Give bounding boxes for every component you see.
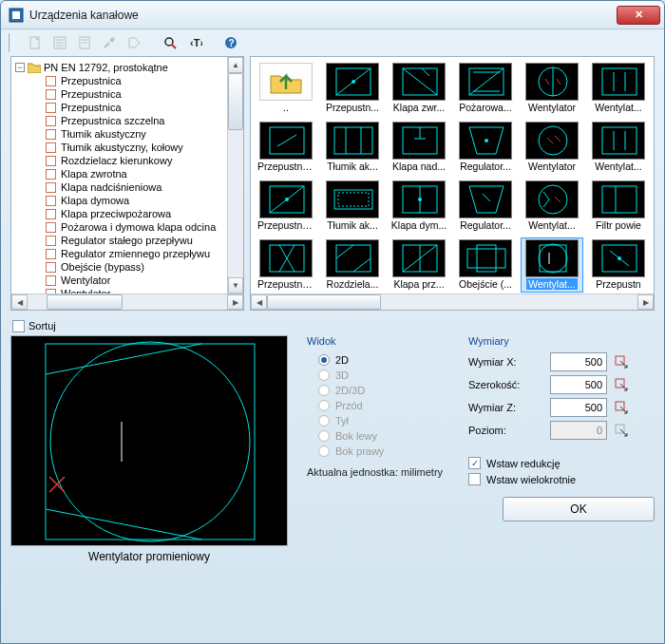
tree-item[interactable]: Wentylator [13,287,225,294]
tree-item[interactable]: Klapa dymowa [13,194,225,207]
scroll-up-icon[interactable]: ▲ [228,57,243,73]
scroll-left-icon[interactable]: ◀ [251,294,267,310]
tree-item[interactable]: Przepustnica [13,101,225,114]
tree-item[interactable]: Przepustnica [13,74,225,87]
tree-item[interactable]: Tłumik akustyczny, kołowy [13,141,225,154]
tree-item[interactable]: Przepustnica [13,87,225,101]
view-section-label: Widok [307,335,449,347]
svg-point-11 [165,38,173,46]
thumbnail-item[interactable]: Filtr powie [587,179,650,234]
thumbnail-item[interactable]: Wentylat... [587,61,650,116]
scroll-left-icon[interactable]: ◀ [11,294,28,310]
dim-input[interactable] [550,398,607,417]
tb-new-icon[interactable] [24,31,47,54]
thumbnail-item[interactable]: Przepustnica [255,179,317,234]
item-icon [46,103,56,113]
thumbs-hscroll[interactable]: ◀ ▶ [251,294,654,310]
thumbnail-item[interactable]: Klapa zwr... [388,61,450,116]
thumbnail-item[interactable]: Rozdziela... [321,237,384,293]
reduce-checkbox[interactable] [468,457,481,469]
thumbnail-item[interactable]: Wentylator [521,120,583,175]
tb-list-icon[interactable] [48,31,71,54]
pick-icon[interactable] [613,376,630,393]
window-title: Urządzenia kanałowe [29,9,617,22]
thumbnail-item[interactable]: Przepustn [587,237,650,293]
tb-tag-icon[interactable] [123,31,145,54]
svg-point-67 [539,244,567,273]
tb-tools-icon[interactable] [98,31,121,54]
scroll-right-icon[interactable]: ▶ [637,294,654,310]
tree-item[interactable]: Rozdzielacz kierunkowy [13,154,225,167]
thumbnail-item[interactable]: .. [255,61,317,116]
tree-hscroll[interactable]: ◀ ▶ [11,294,243,310]
view-option[interactable]: 2D [307,352,449,368]
thumbnail-image [326,239,379,277]
multi-checkbox[interactable] [468,473,481,485]
thumbnail-item[interactable]: Wentylat... [521,237,583,293]
tree-item[interactable]: Regulator stałego przepływu [13,234,225,247]
dim-input[interactable] [550,375,607,394]
tree-root[interactable]: − PN EN 12792, prostokątne [13,61,225,74]
thumbnail-item[interactable]: Przepustnica [255,237,317,293]
tb-find-icon[interactable] [159,31,181,54]
scroll-thumb-h[interactable] [267,294,381,310]
tree-item[interactable]: Klapa przeciwpożarowa [13,207,225,220]
tree-item[interactable]: Przepustnica szczelna [13,114,225,127]
thumbnail-item[interactable]: Przepustn... [321,61,384,116]
thumbnail-item[interactable]: Klapa prz... [388,237,450,293]
thumbnail-item[interactable]: Przepustnica [255,120,317,175]
tree-item-label: Rozdzielacz kierunkowy [61,155,172,166]
scroll-down-icon[interactable]: ▼ [228,277,243,294]
tree-list[interactable]: − PN EN 12792, prostokątne PrzepustnicaP… [11,57,227,294]
view-option: 3D [307,368,449,383]
thumbnail-item[interactable]: Wentylator [521,61,583,116]
dim-input[interactable] [550,352,607,371]
tree-item[interactable]: Pożarowa i dymowa klapa odcina [13,220,225,234]
scroll-thumb-h[interactable] [47,294,123,310]
close-button[interactable]: ✕ [617,6,660,25]
radio-icon [318,430,330,442]
ok-button[interactable]: OK [503,497,655,521]
radio-icon[interactable] [318,354,330,366]
tree-item[interactable]: Tłumik akustyczny [13,127,225,141]
tree-item[interactable]: Obejście (bypass) [13,260,225,274]
dim-label: Poziom: [468,425,544,436]
thumbnail-item[interactable]: Tłumik ak... [321,179,384,234]
thumbnail-item[interactable]: Tłumik ak... [321,120,384,175]
thumbnail-item[interactable]: Klapa nad... [388,120,450,175]
tree-item[interactable]: Wentylator [13,274,225,287]
tree-vscroll[interactable]: ▲ ▼ [227,57,243,294]
thumbnail-item[interactable]: Wentylat... [587,120,650,175]
scroll-right-icon[interactable]: ▶ [227,294,243,310]
view-option-label: 2D [335,354,349,366]
tree-item-label: Obejście (bypass) [61,261,144,273]
tree-item[interactable]: Regulator zmiennego przepływu [13,247,225,260]
collapse-icon[interactable]: − [15,63,25,72]
view-option-label: 2D/3D [335,385,365,396]
thumbnail-item[interactable]: Obejście (... [454,237,517,293]
thumbnail-item[interactable]: Pożarowa... [454,61,517,116]
thumbnail-item[interactable]: Regulator... [454,120,517,175]
tb-doc-icon[interactable] [73,31,96,54]
toolbar-grip [9,33,14,52]
tree-item-label: Przepustnica szczelna [61,115,164,126]
unit-value: milimetry [401,466,443,478]
tb-text-icon[interactable]: ‹T› [183,31,206,54]
pick-icon[interactable] [613,399,630,416]
thumbnail-item[interactable]: Klapa dym... [388,179,450,234]
svg-point-40 [539,126,567,155]
tree-item[interactable]: Klapa nadciśnieniowa [13,180,225,194]
thumbnail-item[interactable]: Regulator... [454,179,517,234]
sort-label: Sortuj [28,320,56,331]
tb-help-icon[interactable]: ? [219,31,242,54]
view-option-label: Tył [335,415,349,426]
scroll-thumb[interactable] [228,73,243,130]
item-icon [46,275,56,286]
tree-item-label: Pożarowa i dymowa klapa odcina [61,221,216,233]
pick-icon[interactable] [613,353,630,370]
tree-item[interactable]: Klapa zwrotna [13,167,225,180]
sort-checkbox[interactable] [12,320,25,332]
tree-item-label: Przepustnica [61,102,122,113]
thumbnail-item[interactable]: Wentylat... [521,179,583,234]
svg-rect-48 [338,193,369,206]
